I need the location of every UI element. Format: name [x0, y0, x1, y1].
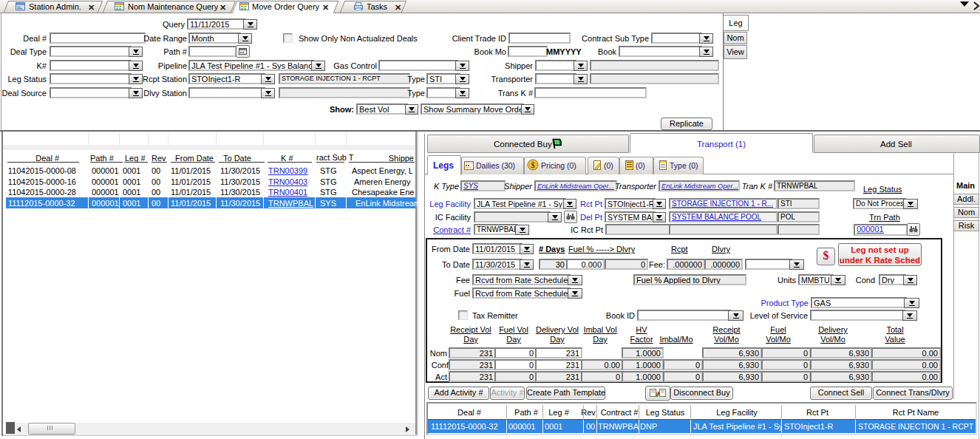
svg-text:$: $ [531, 161, 535, 169]
